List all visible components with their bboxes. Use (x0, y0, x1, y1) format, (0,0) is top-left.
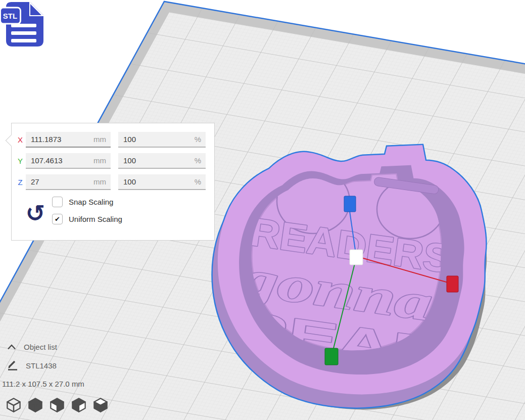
object-list-toggle[interactable]: Object list (7, 343, 57, 351)
x-size-field: mm (26, 132, 111, 148)
reset-scale-icon: ↺ (26, 200, 45, 227)
uniform-scaling-label: Uniform Scaling (69, 215, 122, 223)
scale-checkboxes: Snap Scaling ✔ Uniform Scaling (52, 196, 122, 231)
cube-solid-icon (29, 398, 41, 411)
model-readers-gonna-read[interactable]: READERS gonna READ (213, 145, 486, 407)
axis-label-y: Y (15, 157, 26, 165)
view-front-button[interactable] (28, 397, 43, 413)
uniform-scaling-checkbox[interactable]: ✔ (52, 214, 63, 224)
y-percent-field: % (118, 153, 206, 169)
stl-file-icon: STL (0, 0, 51, 53)
model-dimensions-readout: 111.2 x 107.5 x 27.0 mm (2, 380, 84, 388)
view-left-button[interactable] (71, 397, 86, 413)
snap-scaling-label: Snap Scaling (69, 198, 113, 206)
x-percent-field: % (118, 132, 206, 148)
view-top-button[interactable] (50, 397, 65, 413)
y-size-field: mm (26, 153, 111, 169)
scale-row-x: X mm % (15, 132, 206, 148)
z-size-field: mm (26, 174, 111, 190)
object-name-row[interactable]: STL1438 (7, 360, 57, 371)
scale-rows: X mm % Y mm % Z mm (12, 123, 214, 190)
scale-handle-y-green[interactable] (325, 348, 338, 365)
cube-wireframe-icon (7, 398, 20, 411)
snap-scaling-row: Snap Scaling (52, 197, 122, 207)
cura-slicer-window: { "file_badge": { "label": "STL" }, "sca… (0, 0, 525, 420)
cube-left-face-icon (51, 398, 63, 411)
chevron-up-icon (7, 344, 16, 350)
camera-view-bar (6, 397, 108, 413)
doc-line-2 (11, 31, 36, 35)
cube-top-face-icon (94, 398, 107, 411)
object-list-label: Object list (24, 343, 57, 351)
view-3d-button[interactable] (6, 397, 21, 413)
scale-row-y: Y mm % (15, 153, 206, 169)
view-right-button[interactable] (93, 397, 108, 413)
scale-handle-center-white[interactable] (350, 250, 363, 265)
scale-handle-x-red[interactable] (447, 276, 458, 292)
scale-row-z: Z mm % (15, 174, 206, 190)
scale-tool-panel: X mm % Y mm % Z mm (11, 123, 215, 241)
y-size-input[interactable] (26, 156, 111, 165)
x-size-input[interactable] (26, 135, 111, 144)
stl-badge-label: STL (3, 12, 17, 20)
pencil-edit-icon (7, 360, 18, 371)
doc-line-3 (11, 39, 36, 42)
z-percent-field: % (118, 174, 206, 190)
cube-right-face-icon (72, 398, 85, 411)
z-percent-input[interactable] (118, 177, 206, 186)
z-size-input[interactable] (26, 177, 111, 186)
x-percent-input[interactable] (118, 135, 206, 144)
snap-scaling-checkbox[interactable] (52, 197, 63, 207)
uniform-scaling-row: ✔ Uniform Scaling (52, 214, 122, 224)
object-name: STL1438 (26, 361, 57, 370)
scale-handle-z-blue[interactable] (344, 196, 356, 212)
scale-options: ↺ Snap Scaling ✔ Uniform Scaling (12, 196, 214, 231)
reset-scale-button[interactable]: ↺ (19, 196, 52, 231)
axis-label-z: Z (15, 178, 26, 186)
y-percent-input[interactable] (118, 156, 206, 165)
